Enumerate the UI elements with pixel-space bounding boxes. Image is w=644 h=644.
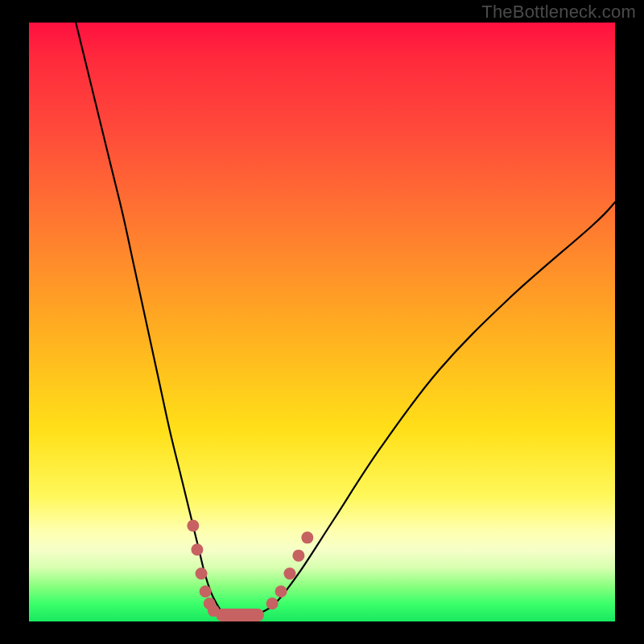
marker-dot bbox=[283, 568, 295, 580]
bottleneck-curve bbox=[76, 23, 617, 616]
marker-dot bbox=[292, 550, 304, 562]
chart-svg bbox=[29, 23, 615, 621]
marker-pill bbox=[216, 609, 264, 621]
watermark-text: TheBottleneck.com bbox=[481, 2, 636, 23]
marker-dot bbox=[191, 543, 203, 555]
marker-dot bbox=[196, 568, 208, 580]
marker-dot bbox=[301, 531, 313, 543]
plot-area bbox=[29, 23, 615, 621]
marker-dot bbox=[200, 585, 212, 597]
marker-dot bbox=[187, 519, 199, 531]
marker-dot bbox=[275, 585, 287, 597]
curve-markers bbox=[187, 519, 313, 621]
marker-dot bbox=[266, 597, 279, 609]
chart-frame: TheBottleneck.com bbox=[0, 0, 644, 644]
